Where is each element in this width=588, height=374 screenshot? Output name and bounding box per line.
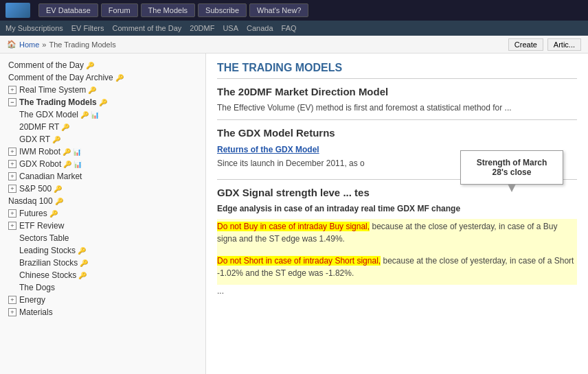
breadcrumb-actions: Create Artic... xyxy=(508,38,581,51)
sidebar-item-chinese-stocks[interactable]: Chinese Stocks 🔑 xyxy=(0,269,205,281)
sidebar-label: Materials xyxy=(19,307,53,317)
sidebar-label: The Dogs xyxy=(19,283,55,292)
sidebar-item-etf-review[interactable]: + ETF Review xyxy=(0,220,205,232)
logo-area xyxy=(5,3,30,18)
sidebar-item-gdx-rt[interactable]: GDX RT 🔑 xyxy=(0,133,205,145)
sidebar-item-comment-archive[interactable]: Comment of the Day Archive 🔑 xyxy=(0,71,205,84)
signal-warning-2: Do not Short in case of intraday Short s… xyxy=(217,250,577,285)
sidebar-item-20dmf-rt[interactable]: 20DMF RT 🔑 xyxy=(0,121,205,133)
expand-icon[interactable]: + xyxy=(8,296,16,304)
expand-icon[interactable]: + xyxy=(8,222,16,230)
subnav-faq[interactable]: FAQ xyxy=(282,24,297,32)
nav-the-models[interactable]: The Models xyxy=(141,3,195,17)
expand-icon[interactable]: + xyxy=(8,86,16,94)
article-button[interactable]: Artic... xyxy=(547,38,581,51)
sidebar-label: Leading Stocks xyxy=(19,246,76,255)
key-icon: 🔑 xyxy=(80,259,88,267)
sub-navigation: My Subscriptions EV Filters Comment of t… xyxy=(0,21,588,36)
sidebar-item-futures[interactable]: + Futures 🔑 xyxy=(0,207,205,220)
sidebar-item-materials[interactable]: + Materials xyxy=(0,306,205,318)
section2-link[interactable]: Returns of the GDX Model xyxy=(217,145,319,154)
key-icon: 🔑 xyxy=(52,136,60,143)
expand-icon[interactable]: + xyxy=(8,172,16,180)
section3-title-dots: ... xyxy=(343,187,352,198)
sidebar-label: Comment of the Day xyxy=(8,60,84,70)
key-icon: 🔑 xyxy=(63,148,71,156)
subnav-usa[interactable]: USA xyxy=(223,24,238,32)
sidebar-label: Nasdaq 100 xyxy=(8,196,53,206)
sidebar-label: Futures xyxy=(19,209,47,218)
sidebar-label: S&P 500 xyxy=(19,184,52,194)
sidebar-item-gdx-robot[interactable]: + GDX Robot 🔑 📊 xyxy=(0,158,205,170)
sidebar-label: IWM Robot xyxy=(19,147,60,156)
key-icon: 🔑 xyxy=(61,124,69,131)
sidebar-label: Sectors Table xyxy=(19,233,69,243)
tooltip-container: Since its launch in December 2011, as o … xyxy=(217,157,577,174)
chart-icon: 📊 xyxy=(73,148,81,156)
home-icon: 🏠 xyxy=(7,40,16,49)
page-title: THE TRADING MODELS xyxy=(217,62,577,79)
subnav-ev-filters[interactable]: EV Filters xyxy=(71,24,104,32)
tooltip-box: Strength of March 28's close xyxy=(460,150,563,185)
breadcrumb-home[interactable]: Home xyxy=(19,40,39,49)
section-divider xyxy=(217,119,577,120)
sidebar-item-canadian-market[interactable]: + Canadian Market xyxy=(0,170,205,183)
sidebar-item-energy[interactable]: + Energy xyxy=(0,294,205,306)
expand-icon[interactable]: + xyxy=(8,308,16,316)
sidebar-item-trading-models[interactable]: − The Trading Models 🔑 xyxy=(0,96,205,108)
subnav-comment-of-day[interactable]: Comment of the Day xyxy=(112,24,181,32)
key-icon: 🔑 xyxy=(55,198,63,205)
nav-whats-new[interactable]: What's New? xyxy=(249,3,308,17)
sidebar: Comment of the Day 🔑 Comment of the Day … xyxy=(0,54,206,374)
sidebar-label: The GDX Model xyxy=(19,110,78,119)
sidebar-label: The Trading Models xyxy=(19,97,97,107)
nav-forum[interactable]: Forum xyxy=(101,3,138,17)
sidebar-label: Brazilian Stocks xyxy=(19,258,78,268)
sidebar-label: Canadian Market xyxy=(19,172,82,181)
expand-icon[interactable]: + xyxy=(8,148,16,156)
sidebar-item-sp500[interactable]: + S&P 500 🔑 xyxy=(0,183,205,195)
breadcrumb: 🏠 Home » The Trading Models Create Artic… xyxy=(0,36,588,54)
key-icon: 🔑 xyxy=(78,247,86,255)
breadcrumb-sep: » xyxy=(42,40,46,49)
tooltip-text: Strength of March 28's close xyxy=(477,158,547,177)
sidebar-item-leading-stocks[interactable]: Leading Stocks 🔑 xyxy=(0,244,205,257)
sidebar-item-real-time-system[interactable]: + Real Time System 🔑 xyxy=(0,84,205,96)
expand-icon[interactable]: − xyxy=(8,98,16,106)
sidebar-label: 20DMF RT xyxy=(19,122,59,132)
expand-icon[interactable]: + xyxy=(8,209,16,218)
sidebar-item-brazilian-stocks[interactable]: Brazilian Stocks 🔑 xyxy=(0,257,205,269)
expand-icon[interactable]: + xyxy=(8,160,16,168)
key-icon: 🔑 xyxy=(78,272,87,279)
edge-analysis-title: Edge analysis in case of an intraday rea… xyxy=(217,202,577,215)
chart-icon: 📊 xyxy=(91,111,99,119)
subnav-20dmf[interactable]: 20DMF xyxy=(190,24,214,32)
top-navigation: EV Database Forum The Models Subscribe W… xyxy=(0,0,588,21)
section2-title: The GDX Model Returns xyxy=(217,127,577,139)
sidebar-label: GDX RT xyxy=(19,135,50,144)
subnav-canada[interactable]: Canada xyxy=(247,24,273,32)
signal-warning-1: Do not Buy in case of intraday Buy signa… xyxy=(217,219,577,250)
key-icon: 🔑 xyxy=(49,210,58,218)
sidebar-label: ETF Review xyxy=(19,221,64,231)
sidebar-item-iwm-robot[interactable]: + IWM Robot 🔑 📊 xyxy=(0,145,205,158)
sidebar-item-sectors-table[interactable]: Sectors Table xyxy=(0,232,205,244)
sidebar-label: Chinese Stocks xyxy=(19,270,76,280)
nav-ev-database[interactable]: EV Database xyxy=(38,3,98,17)
section1-desc: The Effective Volume (EV) method is firs… xyxy=(217,102,577,114)
sidebar-item-comment-of-day[interactable]: Comment of the Day 🔑 xyxy=(0,59,205,71)
expand-icon[interactable]: + xyxy=(8,185,16,193)
create-button[interactable]: Create xyxy=(508,38,543,51)
sidebar-item-the-dogs[interactable]: The Dogs xyxy=(0,281,205,294)
key-icon: 🔑 xyxy=(63,161,71,168)
content-area: THE TRADING MODELS The 20DMF Market Dire… xyxy=(206,54,588,374)
breadcrumb-current: The Trading Models xyxy=(49,40,115,49)
key-icon: 🔑 xyxy=(80,111,89,119)
warning1-highlight: Do not Buy in case of intraday Buy signa… xyxy=(217,222,370,231)
nav-subscribe[interactable]: Subscribe xyxy=(198,3,247,17)
sidebar-item-nasdaq100[interactable]: Nasdaq 100 🔑 xyxy=(0,195,205,207)
subnav-my-subscriptions[interactable]: My Subscriptions xyxy=(5,24,63,32)
main-layout: Comment of the Day 🔑 Comment of the Day … xyxy=(0,54,588,374)
sidebar-item-gdx-model[interactable]: The GDX Model 🔑 📊 xyxy=(0,108,205,121)
key-icon: 🔑 xyxy=(86,62,94,69)
